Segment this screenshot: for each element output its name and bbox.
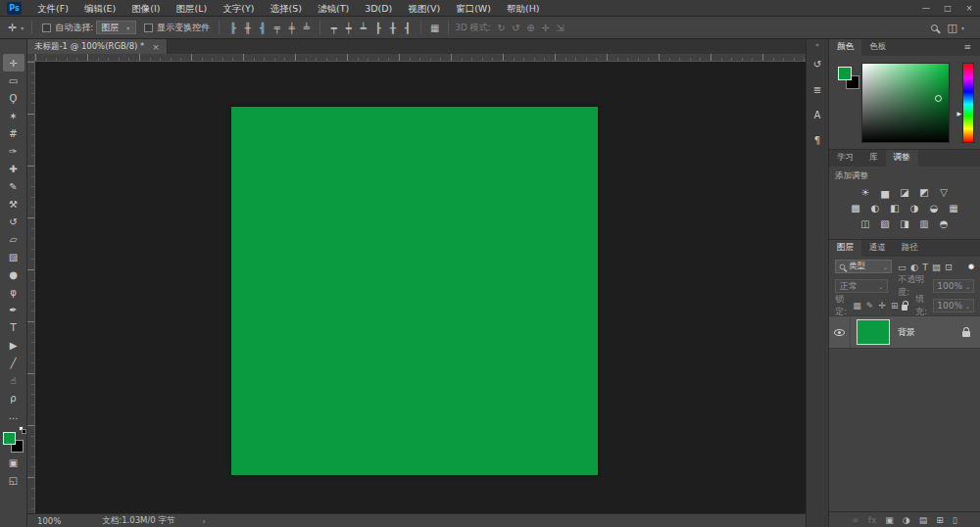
lock-all-icon[interactable] [902,305,906,311]
gradient-tool[interactable]: ▨ [3,248,24,265]
3d-slide-icon[interactable]: ✛ [538,23,553,33]
hue-saturation-icon[interactable]: ▩ [848,202,863,215]
3d-drag-icon[interactable]: ⊕ [523,23,538,33]
eye-icon[interactable] [834,329,845,336]
zoom-level-field[interactable]: 100% [37,516,61,526]
filter-smart-objects-icon[interactable]: ⊡ [945,262,953,272]
filter-adjustment-layers-icon[interactable]: ◐ [910,262,918,272]
menu-item[interactable]: 选择(S) [262,0,309,16]
auto-select-dropdown[interactable]: 图层 ▾ [96,21,136,34]
color-picker-cursor[interactable] [935,95,942,102]
3d-rotate-icon[interactable]: ↻ [494,23,509,33]
fill-field[interactable]: 100% ⌄ [933,299,974,312]
filter-type-layers-icon[interactable]: T [922,262,928,272]
hue-slider-arrow-icon[interactable]: ▶ [956,110,961,117]
blur-tool[interactable]: ● [3,265,24,283]
history-brush-tool[interactable]: ↺ [3,213,24,230]
tool-preset-arrow-icon[interactable]: ▾ [21,24,24,31]
dodge-tool[interactable]: φ [3,283,24,301]
workspace-switcher-icon[interactable]: ◫ [948,22,957,34]
canvas-area[interactable] [27,54,806,513]
photo-filter-icon[interactable]: ◑ [906,202,922,215]
color-balance-icon[interactable]: ◐ [867,202,883,215]
pen-tool[interactable]: ✒ [3,301,24,318]
character-panel-icon[interactable]: A [808,104,827,125]
selective-color-icon[interactable]: ◓ [936,217,952,230]
search-icon[interactable] [931,24,938,31]
threshold-icon[interactable]: ◨ [897,217,912,230]
align-horizontal-centers-icon[interactable]: ╫ [240,23,255,33]
eyedropper-tool[interactable]: ✑ [3,142,24,160]
layer-name[interactable]: 背景 [898,326,915,339]
spot-healing-brush-tool[interactable]: ✚ [3,160,24,177]
brightness-contrast-icon[interactable]: ☀ [858,186,873,199]
align-vertical-centers-icon[interactable]: ╪ [284,23,299,33]
invert-icon[interactable]: ◫ [858,217,873,230]
tab-paths[interactable]: 路径 [894,240,926,257]
black-white-icon[interactable]: ◧ [887,202,903,215]
show-transform-checkbox[interactable] [144,24,153,32]
rectangular-marquee-tool[interactable]: ▭ [3,72,24,89]
filter-toggle-icon[interactable]: ● [968,263,974,270]
tab-swatches[interactable]: 色板 [861,39,894,56]
curves-icon[interactable]: ◪ [897,186,912,199]
menu-item[interactable]: 帮助(H) [499,0,548,16]
distribute-bottom-edges-icon[interactable]: ┷ [356,23,370,33]
distribute-right-edges-icon[interactable]: ┨ [400,23,415,33]
vibrance-icon[interactable]: ▽ [936,186,952,199]
3d-roll-icon[interactable]: ↺ [509,23,523,33]
path-selection-tool[interactable]: ▶ [3,336,24,354]
screen-mode-button[interactable]: ◱ [3,471,24,489]
status-options-chevron-icon[interactable]: › [202,516,205,526]
new-group-icon[interactable]: ▤ [919,515,928,525]
document-canvas[interactable] [231,107,598,475]
hand-tool[interactable]: ☝ [3,371,24,389]
distribute-vertical-centers-icon[interactable]: ┿ [341,23,356,33]
lock-transparent-pixels-icon[interactable]: ▦ [853,301,861,311]
hue-slider[interactable] [962,63,974,143]
menu-item[interactable]: 编辑(E) [76,0,123,16]
zoom-tool[interactable]: ρ [3,389,24,407]
exposure-icon[interactable]: ◩ [916,186,932,199]
align-right-edges-icon[interactable]: ╢ [255,23,270,33]
link-layers-icon[interactable]: ∞ [852,515,859,525]
distribute-horizontal-centers-icon[interactable]: ╂ [385,23,400,33]
menu-item[interactable]: 文件(F) [29,0,76,16]
filter-kind-dropdown[interactable]: 类型 ⌄ [835,260,892,273]
new-layer-icon[interactable]: ⊞ [936,515,944,525]
line-tool[interactable]: ╱ [3,354,24,371]
properties-panel-icon[interactable]: ≣ [808,78,827,100]
quick-mask-button[interactable]: ▣ [3,454,24,471]
lasso-tool[interactable]: Ϙ [3,89,24,107]
3d-scale-icon[interactable]: ⇲ [553,23,567,33]
expand-panels-icon[interactable]: « [815,39,819,51]
blend-mode-dropdown[interactable]: 正常 ⌄ [835,279,888,293]
posterize-icon[interactable]: ▧ [877,217,893,230]
panel-menu-icon[interactable]: ≡ [963,42,971,52]
levels-icon[interactable]: ▅ [877,186,893,199]
color-lookup-icon[interactable]: ▦ [946,202,961,215]
move-tool[interactable]: ✛ [3,54,24,72]
align-left-edges-icon[interactable]: ╟ [225,23,240,33]
lock-position-icon[interactable]: ✛ [878,301,886,311]
close-tab-icon[interactable]: × [152,42,160,52]
align-to-icon[interactable]: ▦ [427,23,442,33]
new-adjustment-layer-icon[interactable]: ◑ [903,515,910,525]
lock-image-pixels-icon[interactable]: ✎ [866,301,874,311]
foreground-color-swatch[interactable] [838,67,852,80]
tab-channels[interactable]: 通道 [861,240,894,257]
auto-select-checkbox[interactable] [42,24,51,32]
crop-tool[interactable]: # [3,124,24,142]
brush-tool[interactable]: ✎ [3,177,24,195]
filter-group-layers-icon[interactable]: ▤ [932,262,941,272]
delete-layer-icon[interactable]: ▯ [953,515,957,525]
foreground-color-swatch[interactable] [3,432,16,445]
lock-artboard-icon[interactable]: ⊞ [891,301,899,311]
tab-color[interactable]: 颜色 [829,39,861,56]
menu-item[interactable]: 视图(V) [400,0,448,16]
menu-item[interactable]: 图层(L) [169,0,216,16]
restore-button[interactable]: □ [937,0,958,17]
tab-layers[interactable]: 图层 [829,240,861,257]
background-lock-icon[interactable] [962,331,970,337]
close-button[interactable]: × [958,0,980,17]
